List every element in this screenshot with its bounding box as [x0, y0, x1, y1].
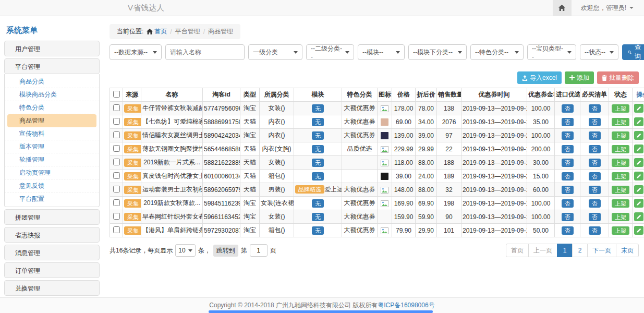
sidebar-group-订单管理[interactable]: 订单管理 [4, 262, 100, 278]
page-button-2[interactable]: 2 [572, 244, 588, 257]
must-buy-badge[interactable]: 否 [589, 172, 601, 180]
row-checkbox[interactable] [113, 131, 120, 138]
filter-select-一级分类[interactable]: 一级分类 [248, 44, 302, 60]
must-buy-badge[interactable]: 否 [589, 159, 601, 167]
import-select-badge[interactable]: 否 [562, 104, 574, 113]
status-badge[interactable]: 上架 [612, 226, 629, 235]
status-badge[interactable]: 上架 [612, 104, 629, 113]
edit-button[interactable] [634, 158, 643, 167]
import-select-badge[interactable]: 否 [562, 118, 574, 126]
page-button-下一页[interactable]: 下一页 [587, 244, 616, 257]
row-checkbox[interactable] [113, 172, 120, 179]
edit-button[interactable] [634, 212, 643, 221]
sidebar-item-商品管理[interactable]: 商品管理 [7, 114, 96, 127]
sidebar-group-兑换管理[interactable]: 兑换管理 [4, 280, 100, 296]
sidebar-group-平台管理[interactable]: 平台管理 [4, 58, 100, 74]
product-icon-cell [378, 102, 392, 115]
page-size-select[interactable]: 10 [175, 244, 195, 257]
status-badge[interactable]: 上架 [612, 159, 629, 167]
row-checkbox[interactable] [113, 199, 120, 206]
jump-button[interactable]: 跳转到 [213, 245, 238, 257]
add-button[interactable]: 添加 [565, 71, 594, 84]
filter-select-数据来源[interactable]: --数据来源-- [110, 44, 162, 60]
import-select-badge[interactable]: 否 [562, 159, 574, 167]
sales-count: 2076 [437, 115, 461, 129]
sidebar-group-拼团管理[interactable]: 拼团管理 [4, 209, 100, 225]
must-buy-badge[interactable]: 否 [589, 104, 601, 113]
row-checkbox[interactable] [113, 159, 120, 165]
must-buy-badge[interactable]: 否 [589, 199, 601, 208]
status-badge[interactable]: 上架 [612, 213, 629, 221]
edit-button[interactable] [634, 145, 643, 153]
filter-select-状态[interactable]: --状态-- [580, 44, 618, 60]
filter-select-宝贝类型[interactable]: --宝贝类型-- [527, 44, 576, 60]
status-badge[interactable]: 上架 [612, 172, 629, 180]
import-select-badge[interactable]: 否 [562, 131, 574, 140]
edit-button[interactable] [634, 117, 643, 126]
edit-button[interactable] [634, 199, 643, 208]
import-excel-button[interactable]: 导入excel [517, 71, 562, 84]
must-buy-badge[interactable]: 否 [589, 213, 601, 221]
status-badge[interactable]: 上架 [612, 131, 629, 140]
sidebar-item-平台配置[interactable]: 平台配置 [5, 192, 99, 206]
source-cell: 采集 [123, 115, 141, 129]
must-buy-badge[interactable]: 否 [589, 131, 601, 140]
sidebar-item-版本管理[interactable]: 版本管理 [5, 140, 99, 153]
import-select-badge[interactable]: 否 [562, 213, 574, 221]
query-button[interactable]: 查询 [622, 44, 644, 60]
horizontal-scrollbar-thumb[interactable] [209, 310, 433, 313]
import-select-badge[interactable]: 否 [562, 172, 574, 180]
sidebar-item-特色分类[interactable]: 特色分类 [5, 101, 99, 114]
batch-delete-button[interactable]: 批量删除 [597, 71, 639, 84]
import-select-badge[interactable]: 否 [562, 226, 574, 235]
page-button-1[interactable]: 1 [557, 244, 573, 257]
status-badge[interactable]: 上架 [612, 186, 629, 194]
status-badge[interactable]: 上架 [612, 199, 629, 208]
must-buy-badge[interactable]: 否 [589, 186, 601, 194]
import-select-cell: 否 [555, 183, 580, 197]
row-checkbox[interactable] [113, 104, 120, 111]
row-checkbox[interactable] [113, 118, 120, 125]
sidebar-item-宣传物料[interactable]: 宣传物料 [5, 127, 99, 140]
must-buy-badge[interactable]: 否 [589, 226, 601, 235]
page-button-上一页[interactable]: 上一页 [528, 244, 557, 257]
row-checkbox[interactable] [113, 226, 120, 233]
edit-button[interactable] [634, 131, 643, 140]
breadcrumb-home-link[interactable]: 首页 [147, 27, 167, 36]
filter-select-二级分类[interactable]: --二级分类-- [306, 44, 354, 60]
icp-link[interactable]: 粤ICP备16098006号 [378, 301, 434, 310]
home-button[interactable] [553, 0, 572, 16]
edit-button[interactable] [634, 104, 643, 113]
sidebar-item-模块商品分类[interactable]: 模块商品分类 [5, 88, 99, 101]
sidebar-group-用户管理[interactable]: 用户管理 [4, 41, 100, 56]
select-all-checkbox[interactable] [113, 91, 120, 98]
sidebar-item-商品分类[interactable]: 商品分类 [5, 75, 99, 88]
price: 169.90 [392, 197, 416, 210]
sidebar-group-省惠快报[interactable]: 省惠快报 [4, 227, 100, 243]
status-badge[interactable]: 上架 [612, 118, 629, 126]
filter-select-模块[interactable]: --模块-- [358, 44, 405, 60]
row-checkbox[interactable] [113, 213, 120, 220]
import-select-badge[interactable]: 否 [562, 145, 574, 153]
row-checkbox[interactable] [113, 186, 120, 192]
sidebar-group-消息管理[interactable]: 消息管理 [4, 245, 100, 260]
must-buy-badge[interactable]: 否 [589, 145, 601, 153]
import-select-badge[interactable]: 否 [562, 199, 574, 208]
sidebar-item-意见反馈[interactable]: 意见反馈 [5, 179, 99, 192]
user-menu[interactable]: 欢迎您，管理员! [572, 4, 644, 13]
filter-select-模块下分类[interactable]: --模块下分类-- [408, 44, 467, 60]
filter-select-特色分类[interactable]: --特色分类-- [470, 44, 524, 60]
sidebar-item-轮播管理[interactable]: 轮播管理 [5, 153, 99, 166]
edit-button[interactable] [634, 226, 643, 235]
search-input[interactable] [165, 44, 245, 60]
sidebar-item-启动页管理[interactable]: 启动页管理 [5, 166, 99, 179]
page-button-末页[interactable]: 末页 [616, 244, 639, 257]
row-checkbox[interactable] [113, 145, 120, 152]
edit-button[interactable] [634, 185, 643, 194]
edit-button[interactable] [634, 172, 643, 180]
must-buy-badge[interactable]: 否 [589, 118, 601, 126]
page-button-首页[interactable]: 首页 [506, 244, 529, 257]
import-select-badge[interactable]: 否 [562, 186, 574, 194]
jump-page-input[interactable] [250, 244, 268, 257]
status-badge[interactable]: 上架 [612, 145, 629, 153]
